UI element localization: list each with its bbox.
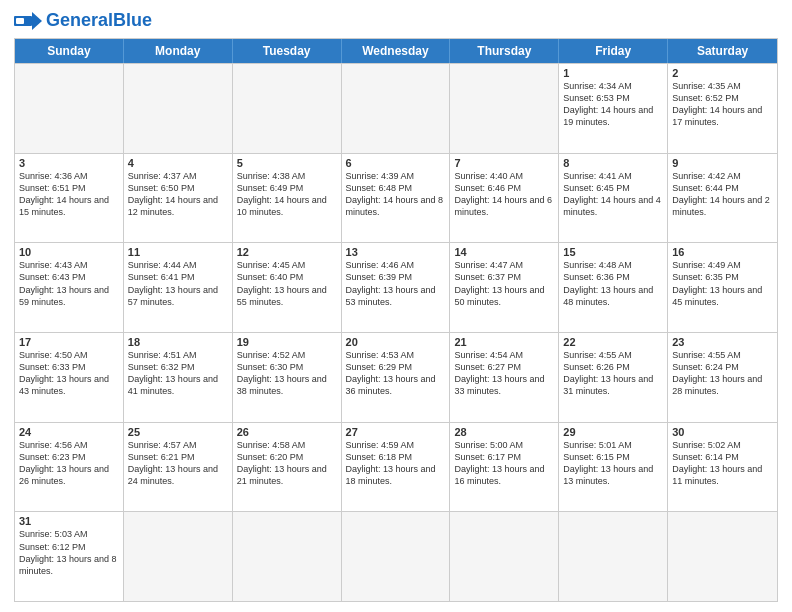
day-info: Sunrise: 4:48 AM Sunset: 6:36 PM Dayligh… (563, 259, 663, 308)
day-info: Sunrise: 4:38 AM Sunset: 6:49 PM Dayligh… (237, 170, 337, 219)
day-number: 23 (672, 336, 773, 348)
calendar-cell-3-4: 21Sunrise: 4:54 AM Sunset: 6:27 PM Dayli… (450, 333, 559, 422)
day-info: Sunrise: 5:02 AM Sunset: 6:14 PM Dayligh… (672, 439, 773, 488)
calendar-cell-3-0: 17Sunrise: 4:50 AM Sunset: 6:33 PM Dayli… (15, 333, 124, 422)
day-info: Sunrise: 5:01 AM Sunset: 6:15 PM Dayligh… (563, 439, 663, 488)
day-number: 12 (237, 246, 337, 258)
day-info: Sunrise: 4:49 AM Sunset: 6:35 PM Dayligh… (672, 259, 773, 308)
calendar-cell-2-0: 10Sunrise: 4:43 AM Sunset: 6:43 PM Dayli… (15, 243, 124, 332)
day-number: 14 (454, 246, 554, 258)
day-number: 20 (346, 336, 446, 348)
calendar-week-2: 10Sunrise: 4:43 AM Sunset: 6:43 PM Dayli… (15, 242, 777, 332)
calendar-week-3: 17Sunrise: 4:50 AM Sunset: 6:33 PM Dayli… (15, 332, 777, 422)
calendar-cell-5-4 (450, 512, 559, 601)
day-number: 31 (19, 515, 119, 527)
calendar-cell-1-2: 5Sunrise: 4:38 AM Sunset: 6:49 PM Daylig… (233, 154, 342, 243)
calendar-week-5: 31Sunrise: 5:03 AM Sunset: 6:12 PM Dayli… (15, 511, 777, 601)
day-number: 17 (19, 336, 119, 348)
page: GeneralBlue SundayMondayTuesdayWednesday… (0, 0, 792, 612)
day-number: 7 (454, 157, 554, 169)
logo-text: GeneralBlue (46, 11, 152, 31)
day-number: 9 (672, 157, 773, 169)
calendar-cell-4-2: 26Sunrise: 4:58 AM Sunset: 6:20 PM Dayli… (233, 423, 342, 512)
day-info: Sunrise: 5:00 AM Sunset: 6:17 PM Dayligh… (454, 439, 554, 488)
calendar-cell-1-0: 3Sunrise: 4:36 AM Sunset: 6:51 PM Daylig… (15, 154, 124, 243)
calendar-cell-5-3 (342, 512, 451, 601)
day-info: Sunrise: 4:36 AM Sunset: 6:51 PM Dayligh… (19, 170, 119, 219)
day-info: Sunrise: 4:37 AM Sunset: 6:50 PM Dayligh… (128, 170, 228, 219)
day-number: 15 (563, 246, 663, 258)
day-number: 30 (672, 426, 773, 438)
logo: GeneralBlue (14, 10, 152, 32)
svg-marker-1 (32, 12, 42, 30)
day-number: 24 (19, 426, 119, 438)
calendar-cell-4-5: 29Sunrise: 5:01 AM Sunset: 6:15 PM Dayli… (559, 423, 668, 512)
calendar-cell-3-5: 22Sunrise: 4:55 AM Sunset: 6:26 PM Dayli… (559, 333, 668, 422)
calendar-cell-2-1: 11Sunrise: 4:44 AM Sunset: 6:41 PM Dayli… (124, 243, 233, 332)
calendar-cell-3-6: 23Sunrise: 4:55 AM Sunset: 6:24 PM Dayli… (668, 333, 777, 422)
calendar-cell-1-5: 8Sunrise: 4:41 AM Sunset: 6:45 PM Daylig… (559, 154, 668, 243)
calendar-cell-0-4 (450, 64, 559, 153)
calendar-cell-0-3 (342, 64, 451, 153)
calendar-cell-4-1: 25Sunrise: 4:57 AM Sunset: 6:21 PM Dayli… (124, 423, 233, 512)
day-info: Sunrise: 4:55 AM Sunset: 6:26 PM Dayligh… (563, 349, 663, 398)
header-day-tuesday: Tuesday (233, 39, 342, 63)
day-info: Sunrise: 4:55 AM Sunset: 6:24 PM Dayligh… (672, 349, 773, 398)
day-number: 10 (19, 246, 119, 258)
calendar-week-4: 24Sunrise: 4:56 AM Sunset: 6:23 PM Dayli… (15, 422, 777, 512)
day-info: Sunrise: 4:46 AM Sunset: 6:39 PM Dayligh… (346, 259, 446, 308)
day-number: 11 (128, 246, 228, 258)
calendar-cell-1-6: 9Sunrise: 4:42 AM Sunset: 6:44 PM Daylig… (668, 154, 777, 243)
header-day-wednesday: Wednesday (342, 39, 451, 63)
day-number: 28 (454, 426, 554, 438)
day-info: Sunrise: 4:40 AM Sunset: 6:46 PM Dayligh… (454, 170, 554, 219)
day-number: 13 (346, 246, 446, 258)
calendar-cell-0-6: 2Sunrise: 4:35 AM Sunset: 6:52 PM Daylig… (668, 64, 777, 153)
calendar-cell-2-2: 12Sunrise: 4:45 AM Sunset: 6:40 PM Dayli… (233, 243, 342, 332)
calendar-cell-5-1 (124, 512, 233, 601)
day-info: Sunrise: 4:56 AM Sunset: 6:23 PM Dayligh… (19, 439, 119, 488)
calendar-cell-1-4: 7Sunrise: 4:40 AM Sunset: 6:46 PM Daylig… (450, 154, 559, 243)
day-number: 8 (563, 157, 663, 169)
calendar-cell-4-3: 27Sunrise: 4:59 AM Sunset: 6:18 PM Dayli… (342, 423, 451, 512)
day-info: Sunrise: 4:54 AM Sunset: 6:27 PM Dayligh… (454, 349, 554, 398)
calendar-cell-5-5 (559, 512, 668, 601)
day-number: 4 (128, 157, 228, 169)
day-info: Sunrise: 4:35 AM Sunset: 6:52 PM Dayligh… (672, 80, 773, 129)
calendar-cell-3-3: 20Sunrise: 4:53 AM Sunset: 6:29 PM Dayli… (342, 333, 451, 422)
day-number: 26 (237, 426, 337, 438)
header-day-monday: Monday (124, 39, 233, 63)
day-info: Sunrise: 4:53 AM Sunset: 6:29 PM Dayligh… (346, 349, 446, 398)
day-number: 16 (672, 246, 773, 258)
day-info: Sunrise: 4:34 AM Sunset: 6:53 PM Dayligh… (563, 80, 663, 129)
calendar-cell-2-5: 15Sunrise: 4:48 AM Sunset: 6:36 PM Dayli… (559, 243, 668, 332)
calendar-cell-2-4: 14Sunrise: 4:47 AM Sunset: 6:37 PM Dayli… (450, 243, 559, 332)
day-info: Sunrise: 4:57 AM Sunset: 6:21 PM Dayligh… (128, 439, 228, 488)
logo-icon (14, 10, 42, 32)
calendar-cell-4-4: 28Sunrise: 5:00 AM Sunset: 6:17 PM Dayli… (450, 423, 559, 512)
calendar-cell-2-3: 13Sunrise: 4:46 AM Sunset: 6:39 PM Dayli… (342, 243, 451, 332)
day-info: Sunrise: 4:39 AM Sunset: 6:48 PM Dayligh… (346, 170, 446, 219)
day-info: Sunrise: 4:59 AM Sunset: 6:18 PM Dayligh… (346, 439, 446, 488)
day-info: Sunrise: 4:50 AM Sunset: 6:33 PM Dayligh… (19, 349, 119, 398)
calendar-cell-0-0 (15, 64, 124, 153)
day-number: 18 (128, 336, 228, 348)
header-day-friday: Friday (559, 39, 668, 63)
day-info: Sunrise: 4:41 AM Sunset: 6:45 PM Dayligh… (563, 170, 663, 219)
calendar-cell-5-2 (233, 512, 342, 601)
day-info: Sunrise: 4:42 AM Sunset: 6:44 PM Dayligh… (672, 170, 773, 219)
day-number: 29 (563, 426, 663, 438)
day-info: Sunrise: 4:52 AM Sunset: 6:30 PM Dayligh… (237, 349, 337, 398)
calendar-cell-0-1 (124, 64, 233, 153)
day-info: Sunrise: 4:43 AM Sunset: 6:43 PM Dayligh… (19, 259, 119, 308)
calendar-cell-4-6: 30Sunrise: 5:02 AM Sunset: 6:14 PM Dayli… (668, 423, 777, 512)
logo-blue: Blue (113, 10, 152, 30)
day-info: Sunrise: 4:44 AM Sunset: 6:41 PM Dayligh… (128, 259, 228, 308)
header-day-saturday: Saturday (668, 39, 777, 63)
day-number: 25 (128, 426, 228, 438)
calendar-cell-0-5: 1Sunrise: 4:34 AM Sunset: 6:53 PM Daylig… (559, 64, 668, 153)
day-number: 2 (672, 67, 773, 79)
header-day-sunday: Sunday (15, 39, 124, 63)
day-info: Sunrise: 4:47 AM Sunset: 6:37 PM Dayligh… (454, 259, 554, 308)
calendar: SundayMondayTuesdayWednesdayThursdayFrid… (14, 38, 778, 602)
